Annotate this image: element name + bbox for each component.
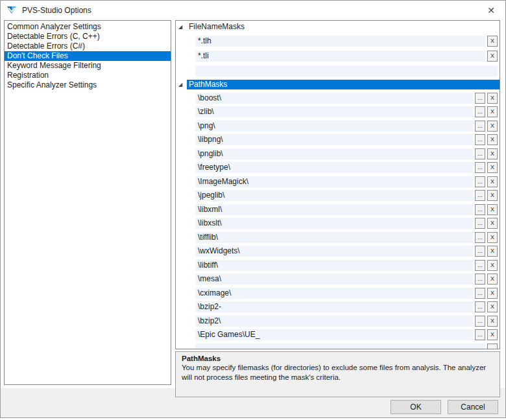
mask-value-field[interactable]: \libxslt\: [195, 218, 473, 229]
title-bar[interactable]: PVS-Studio Options ✕: [1, 1, 505, 19]
mask-value-field[interactable]: \libtiff\: [195, 260, 473, 271]
browse-button[interactable]: ...: [475, 274, 485, 285]
browse-button[interactable]: ...: [475, 329, 485, 340]
browse-button[interactable]: ...: [487, 344, 498, 350]
browse-button[interactable]: ...: [475, 204, 485, 215]
masks-grid: ◢FileNameMasks*.tlhX*.tliX◢PathMasks\boo…: [175, 20, 500, 349]
group-label: PathMasks: [187, 80, 500, 89]
mask-row: \cximage\...X: [195, 288, 498, 299]
sidebar-item[interactable]: Common Analyzer Settings: [5, 22, 171, 32]
mask-value-field[interactable]: \boost\: [195, 93, 473, 104]
mask-value-field[interactable]: \libxml\: [195, 204, 473, 215]
mask-row: \bzip2\...X: [195, 316, 498, 327]
mask-value-field[interactable]: \png\: [195, 121, 473, 132]
mask-value-field[interactable]: \pnglib\: [195, 148, 473, 159]
mask-row: [195, 65, 498, 76]
mask-row: *.tliX: [195, 51, 498, 62]
remove-mask-button[interactable]: X: [487, 204, 498, 215]
mask-row: \Epic Games\UE_...X: [195, 329, 498, 340]
mask-value-field[interactable]: \bzip2\: [195, 316, 473, 327]
browse-button[interactable]: ...: [475, 260, 485, 271]
mask-value-field[interactable]: *.tlh: [195, 36, 485, 47]
remove-mask-button[interactable]: X: [487, 316, 498, 327]
remove-mask-button[interactable]: X: [487, 106, 498, 117]
remove-mask-button[interactable]: X: [487, 246, 498, 257]
mask-row: \pnglib\...X: [195, 148, 498, 159]
mask-value-field[interactable]: \bzip2-: [195, 301, 473, 312]
ok-button[interactable]: OK: [391, 400, 441, 414]
mask-value-field[interactable]: \libpng\: [195, 134, 473, 145]
mask-row: \wxWidgets\...X: [195, 246, 498, 257]
collapse-triangle-icon[interactable]: ◢: [177, 80, 187, 89]
mask-value-field[interactable]: \jpeglib\: [195, 190, 473, 201]
remove-mask-button[interactable]: X: [487, 36, 498, 47]
mask-value-field[interactable]: [195, 65, 498, 76]
browse-button[interactable]: ...: [475, 232, 485, 243]
browse-button[interactable]: ...: [475, 301, 485, 312]
remove-mask-button[interactable]: X: [487, 329, 498, 340]
mask-value-field[interactable]: \wxWidgets\: [195, 246, 473, 257]
browse-button[interactable]: ...: [475, 190, 485, 201]
browse-button[interactable]: ...: [475, 134, 485, 145]
cancel-button[interactable]: Cancel: [448, 400, 498, 414]
remove-mask-button[interactable]: X: [487, 121, 498, 132]
mask-row: \tifflib\...X: [195, 232, 498, 243]
browse-button[interactable]: ...: [475, 288, 485, 299]
mask-row: *.tlhX: [195, 36, 498, 47]
browse-button[interactable]: ...: [475, 93, 485, 104]
mask-row: \png\...X: [195, 121, 498, 132]
browse-button[interactable]: ...: [475, 148, 485, 159]
mask-value-field[interactable]: \freetype\: [195, 162, 473, 173]
category-list: Common Analyzer SettingsDetectable Error…: [4, 20, 171, 385]
remove-mask-button[interactable]: X: [487, 134, 498, 145]
mask-value-field[interactable]: [195, 344, 485, 350]
mask-value-field[interactable]: \zlib\: [195, 106, 473, 117]
remove-mask-button[interactable]: X: [487, 301, 498, 312]
browse-button[interactable]: ...: [475, 162, 485, 173]
close-icon[interactable]: ✕: [477, 1, 505, 19]
remove-mask-button[interactable]: X: [487, 176, 498, 187]
sidebar-item[interactable]: Detectable Errors (C, C++): [5, 32, 171, 41]
mask-row: \jpeglib\...X: [195, 190, 498, 201]
browse-button[interactable]: ...: [475, 121, 485, 132]
remove-mask-button[interactable]: X: [487, 232, 498, 243]
description-title: PathMasks: [182, 355, 494, 362]
sidebar-item[interactable]: Detectable Errors (C#): [5, 41, 171, 51]
mask-value-field[interactable]: \Epic Games\UE_: [195, 329, 473, 340]
mask-value-field[interactable]: *.tli: [195, 51, 485, 62]
sidebar-item[interactable]: Keyword Message Filtering: [5, 61, 171, 71]
mask-value-field[interactable]: \mesa\: [195, 274, 473, 285]
remove-mask-button[interactable]: X: [487, 260, 498, 271]
browse-button[interactable]: ...: [475, 106, 485, 117]
remove-mask-button[interactable]: X: [487, 93, 498, 104]
mask-row: \zlib\...X: [195, 106, 498, 117]
remove-mask-button[interactable]: X: [487, 274, 498, 285]
sidebar-item[interactable]: Specific Analyzer Settings: [5, 80, 171, 90]
remove-mask-button[interactable]: X: [487, 162, 498, 173]
mask-value-field[interactable]: \tifflib\: [195, 232, 473, 243]
window-title: PVS-Studio Options: [22, 6, 91, 15]
mask-row: \mesa\...X: [195, 274, 498, 285]
sidebar-item[interactable]: Don't Check Files: [5, 51, 171, 61]
mask-value-field[interactable]: \ImageMagick\: [195, 176, 473, 187]
mask-row: \bzip2-...X: [195, 301, 498, 312]
browse-button[interactable]: ...: [475, 218, 485, 229]
browse-button[interactable]: ...: [475, 316, 485, 327]
mask-row: \libtiff\...X: [195, 260, 498, 271]
remove-mask-button[interactable]: X: [487, 190, 498, 201]
mask-row: \ImageMagick\...X: [195, 176, 498, 187]
remove-mask-button[interactable]: X: [487, 288, 498, 299]
collapse-triangle-icon[interactable]: ◢: [177, 22, 187, 32]
mask-value-field[interactable]: \cximage\: [195, 288, 473, 299]
mask-row: \libpng\...X: [195, 134, 498, 145]
browse-button[interactable]: ...: [475, 246, 485, 257]
remove-mask-button[interactable]: X: [487, 51, 498, 62]
remove-mask-button[interactable]: X: [487, 218, 498, 229]
description-panel: PathMasks You may specify filemasks (for…: [175, 351, 500, 397]
group-header[interactable]: ◢PathMasks: [177, 80, 500, 89]
sidebar-item[interactable]: Registration: [5, 71, 171, 80]
remove-mask-button[interactable]: X: [487, 148, 498, 159]
browse-button[interactable]: ...: [475, 176, 485, 187]
group-header[interactable]: ◢FileNameMasks: [177, 22, 500, 32]
pvs-studio-options-dialog: PVS-Studio Options ✕ Common Analyzer Set…: [0, 0, 506, 418]
